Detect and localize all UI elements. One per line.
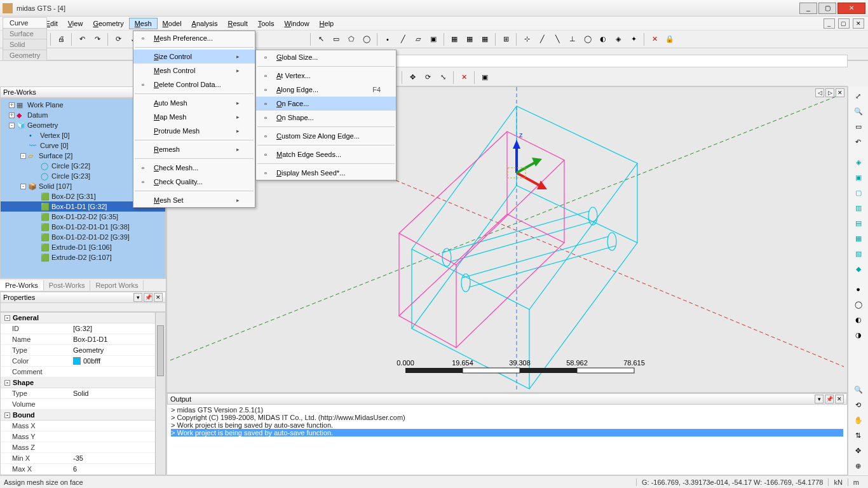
- menu-model[interactable]: Model: [158, 18, 187, 29]
- lock-button[interactable]: 🔒: [663, 32, 677, 46]
- viewport-prev-button[interactable]: ◁: [815, 88, 824, 97]
- record-icon[interactable]: ▣: [478, 71, 492, 85]
- tree-expander-icon[interactable]: -: [20, 184, 26, 189]
- rotate-icon[interactable]: ⟳: [421, 71, 435, 85]
- snap-grid-button[interactable]: ⊹: [520, 32, 534, 46]
- status-unit-force[interactable]: kN: [828, 478, 847, 486]
- mdi-minimize-button[interactable]: _: [824, 18, 835, 29]
- output-dropdown-button[interactable]: ▾: [815, 395, 824, 403]
- menu-item-global-size[interactable]: ▫Global Size...: [256, 50, 396, 64]
- maximize-button[interactable]: ▢: [818, 3, 836, 14]
- menu-window[interactable]: Window: [279, 18, 314, 29]
- undo-button[interactable]: ↶: [75, 32, 89, 46]
- properties-dropdown-button[interactable]: ▾: [133, 293, 142, 302]
- menu-analysis[interactable]: Analysis: [187, 18, 223, 29]
- snap-line1-button[interactable]: ╱: [535, 32, 549, 46]
- tree-node[interactable]: 🟩Box-D1-D2-D1-D1 [G:38]: [1, 222, 165, 232]
- menu-item-check-quality[interactable]: ▫Check Quality...: [133, 175, 255, 189]
- target-icon[interactable]: ⊕: [851, 459, 866, 473]
- menu-item-protrude-mesh[interactable]: Protrude Mesh▸: [133, 124, 255, 138]
- menu-item-on-face[interactable]: ▫On Face...: [256, 97, 396, 111]
- menu-item-size-control[interactable]: Size Control▸: [133, 50, 255, 64]
- props-row[interactable]: Min X-35: [1, 453, 155, 464]
- snap-perp-button[interactable]: ⊥: [566, 32, 580, 46]
- props-row[interactable]: Max X6: [1, 464, 155, 475]
- mdi-close-button[interactable]: ✕: [853, 18, 864, 29]
- menu-item-check-mesh[interactable]: ▫Check Mesh...: [133, 161, 255, 175]
- view-zoomwin-icon[interactable]: ▭: [851, 119, 866, 133]
- props-row[interactable]: Mass Y: [1, 431, 155, 442]
- menu-result[interactable]: Result: [223, 18, 253, 29]
- props-row[interactable]: Comment: [1, 367, 155, 377]
- pan-icon[interactable]: ✋: [851, 413, 866, 427]
- tree-expander-icon[interactable]: -: [9, 123, 15, 128]
- menu-item-along-edge[interactable]: ▫Along Edge...F4: [256, 83, 396, 97]
- tree-node[interactable]: 🟩Box-D1-D2-D1-D2 [G:39]: [1, 232, 165, 242]
- view-persp-icon[interactable]: ◆: [851, 262, 866, 276]
- view-back-icon[interactable]: ▦: [851, 231, 866, 245]
- refresh-button[interactable]: ⟳: [111, 32, 125, 46]
- render-wire-icon[interactable]: ◯: [851, 297, 866, 311]
- menu-item-match-edge-seeds[interactable]: ▫Match Edge Seeds...: [256, 147, 396, 161]
- props-row[interactable]: Mass X: [1, 421, 155, 431]
- print-button[interactable]: 🖨: [54, 32, 68, 46]
- snap-line2-button[interactable]: ╲: [550, 32, 564, 46]
- props-row[interactable]: TypeSolid: [1, 388, 155, 399]
- props-group-header[interactable]: - Shape: [1, 377, 155, 388]
- tab-geometry[interactable]: Geometry: [3, 50, 47, 60]
- menu-mesh[interactable]: Mesh: [129, 18, 158, 29]
- viewport-close-button[interactable]: ✕: [836, 88, 844, 97]
- grid-button[interactable]: ▦: [447, 32, 461, 46]
- props-row[interactable]: Volume: [1, 399, 155, 410]
- works-tab-report-works[interactable]: Report Works: [90, 280, 144, 290]
- snap-arc-button[interactable]: ◐: [596, 32, 610, 46]
- grid3-button[interactable]: ▦: [478, 32, 492, 46]
- dynamic-zoom-icon[interactable]: ⇅: [851, 428, 866, 442]
- menu-item-at-vertex[interactable]: ▫At Vertex...: [256, 69, 396, 83]
- menu-item-display-mesh-seed[interactable]: ▫Display Mesh Seed*...: [256, 166, 396, 180]
- view-front-icon[interactable]: ▢: [851, 186, 866, 200]
- props-row[interactable]: Color00bfff: [1, 356, 155, 367]
- pick-edge-button[interactable]: ╱: [396, 32, 410, 46]
- menu-item-mesh-set[interactable]: Mesh Set▸: [133, 193, 255, 207]
- close-button[interactable]: ✕: [837, 3, 865, 14]
- props-row[interactable]: Mass Z: [1, 442, 155, 453]
- view-zoom-icon[interactable]: 🔍: [851, 104, 866, 118]
- props-group-header[interactable]: - Bound: [1, 410, 155, 421]
- move-icon[interactable]: ✥: [405, 71, 419, 85]
- tool-a-button[interactable]: ⊞: [499, 32, 513, 46]
- menu-item-delete-control-data[interactable]: ▫Delete Control Data...: [133, 78, 255, 92]
- properties-close-button[interactable]: ✕: [154, 293, 163, 302]
- tree-node[interactable]: 🟩Box-D1-D2-D2 [G:35]: [1, 212, 165, 222]
- tree-expander-icon[interactable]: -: [20, 153, 26, 159]
- redo-button[interactable]: ↷: [90, 32, 104, 46]
- menu-geometry[interactable]: Geometry: [88, 18, 128, 29]
- snap-circle-button[interactable]: ◯: [581, 32, 595, 46]
- menu-item-on-shape[interactable]: ▫On Shape...: [256, 111, 396, 125]
- view-bottom-icon[interactable]: ▧: [851, 247, 866, 261]
- pick-face-button[interactable]: ▱: [411, 32, 425, 46]
- menu-item-remesh[interactable]: Remesh▸: [133, 142, 255, 156]
- render-hidden-icon[interactable]: ◐: [851, 313, 866, 327]
- props-row[interactable]: TypeGeometry: [1, 345, 155, 356]
- props-row[interactable]: ID[G:32]: [1, 323, 155, 334]
- tree-node[interactable]: 🟩Extrude-D1 [G:106]: [1, 242, 165, 252]
- works-tab-post-works[interactable]: Post-Works: [44, 280, 91, 290]
- zoom-region-icon[interactable]: 🔍: [851, 383, 866, 396]
- render-shaded-icon[interactable]: ●: [851, 282, 866, 296]
- tree-expander-icon[interactable]: +: [9, 112, 15, 118]
- tab-solid[interactable]: Solid: [3, 39, 47, 50]
- snap-end-button[interactable]: ✦: [627, 32, 641, 46]
- minimize-button[interactable]: _: [799, 3, 817, 14]
- select-circle-button[interactable]: ◯: [360, 32, 374, 46]
- view-iso-icon[interactable]: ◈: [851, 155, 866, 169]
- select-arrow-button[interactable]: ↖: [314, 32, 328, 46]
- select-poly-button[interactable]: ⬠: [344, 32, 358, 46]
- view-left-icon[interactable]: ▤: [851, 216, 866, 230]
- menu-item-auto-mesh[interactable]: Auto Mesh▸: [133, 96, 255, 110]
- output-pin-button[interactable]: 📌: [825, 395, 834, 403]
- view-right-icon[interactable]: ▥: [851, 201, 866, 215]
- view-top-icon[interactable]: ▣: [851, 170, 866, 184]
- viewport-next-button[interactable]: ▷: [825, 88, 834, 97]
- works-tab-pre-works[interactable]: Pre-Works: [0, 280, 44, 290]
